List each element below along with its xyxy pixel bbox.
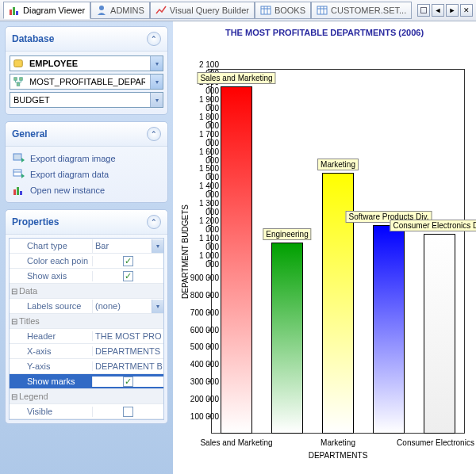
new-instance-icon [13, 185, 25, 196]
svg-rect-21 [20, 191, 22, 195]
dropdown-arrow[interactable]: ▾ [150, 93, 163, 107]
database-icon [12, 58, 25, 69]
tab-scroll-right[interactable]: ► [446, 4, 459, 17]
svg-rect-8 [317, 6, 327, 14]
general-item-export-diagram-image[interactable]: Export diagram image [10, 151, 163, 166]
group-header-general[interactable]: General ⌃ [6, 122, 167, 147]
person-blue-icon [96, 5, 107, 16]
tab-diagram-viewer[interactable]: Diagram Viewer [3, 2, 90, 19]
object-select[interactable]: ▾ [10, 74, 163, 90]
y-tick-label: 300 000 [184, 377, 219, 386]
collapse-icon[interactable]: ⌃ [147, 127, 161, 141]
bar-label: Consumer Electronics Div. [390, 220, 476, 231]
prop-y-axis[interactable]: Y-axis DEPARTMENT B [10, 359, 163, 374]
general-item-open-new-instance[interactable]: Open new instance [10, 182, 163, 198]
bar-label: Marketing [317, 159, 359, 170]
export-data-icon [13, 169, 25, 180]
dropdown-arrow[interactable]: ▾ [150, 56, 163, 71]
prop-category-titles[interactable]: ⊟Titles [10, 314, 163, 329]
value-field-select[interactable]: ▾ [10, 92, 163, 108]
svg-rect-15 [17, 83, 20, 86]
prop-visible[interactable]: Visible [10, 404, 163, 419]
tab-customer-set-[interactable]: CUSTOMER.SET... [311, 2, 412, 19]
prop-show-marks[interactable]: Show marks [10, 374, 163, 389]
tab-admins[interactable]: ADMINS [90, 2, 150, 19]
y-tick-label: 1 300 000 [184, 199, 219, 216]
tab-dropdown-button[interactable] [417, 4, 430, 17]
y-tick-label: 100 000 [184, 412, 219, 421]
y-tick-label: 200 000 [184, 395, 219, 403]
collapse-icon[interactable]: ⌃ [147, 32, 161, 46]
y-tick-label: 1 800 000 [184, 113, 219, 130]
chart-area: THE MOST PROFITABLE DEPARTMENTS (2006) D… [173, 21, 476, 474]
expand-icon[interactable]: ⊟ [10, 392, 19, 401]
dropdown-arrow[interactable]: ▾ [150, 75, 163, 89]
y-tick-label: 1 900 000 [184, 95, 219, 113]
tab-books[interactable]: BOOKS [255, 2, 311, 19]
x-tick-label: Consumer Electronics D [397, 438, 476, 447]
y-tick-label: 1 500 000 [184, 164, 219, 182]
bar-0 [221, 86, 252, 434]
prop-category-data[interactable]: ⊟Data [10, 284, 163, 299]
checkbox[interactable] [123, 256, 133, 266]
dropdown-arrow[interactable]: ▾ [152, 300, 163, 313]
y-tick-label: 500 000 [184, 342, 219, 351]
svg-rect-12 [14, 60, 23, 67]
tab-close-button[interactable]: ✕ [460, 4, 473, 17]
expand-icon[interactable]: ⊟ [10, 287, 19, 296]
database-select[interactable]: ▾ [10, 55, 163, 71]
svg-rect-16 [13, 154, 21, 160]
prop-color-each[interactable]: Color each poin [10, 254, 163, 269]
svg-rect-2 [16, 11, 18, 15]
group-database: Database ⌃ ▾ ▾ ▾ [5, 26, 168, 115]
bar-3 [373, 225, 405, 434]
group-header-database[interactable]: Database ⌃ [6, 27, 167, 52]
group-title: Properties [12, 216, 59, 227]
chart-bar-icon [9, 5, 20, 16]
svg-rect-1 [13, 7, 15, 15]
prop-x-axis[interactable]: X-axis DEPARTMENTS [10, 344, 163, 359]
y-tick-label: 1 100 000 [184, 234, 219, 251]
y-tick-label: 1 400 000 [184, 182, 219, 199]
x-axis-title: DEPARTMENTS [211, 451, 465, 460]
dropdown-arrow[interactable]: ▾ [152, 239, 163, 253]
prop-chart-type[interactable]: Chart type Bar▾ [10, 239, 163, 254]
svg-rect-0 [10, 10, 12, 15]
x-tick-label: Sales and Marketing [200, 438, 272, 447]
general-item-export-diagram-data[interactable]: Export diagram data [10, 166, 163, 182]
y-tick-label: 900 000 [184, 273, 219, 281]
svg-rect-19 [13, 189, 16, 195]
group-title: General [12, 128, 48, 140]
bar-1 [271, 243, 303, 434]
value-field-input[interactable] [10, 94, 147, 106]
tab-visual-query-builder[interactable]: Visual Query Builder [150, 2, 255, 19]
y-tick-label: 1 000 000 [184, 251, 219, 269]
checkbox[interactable] [123, 407, 133, 417]
left-panel: Database ⌃ ▾ ▾ ▾ [0, 21, 173, 474]
chart-title: THE MOST PROFITABLE DEPARTMENTS (2006) [176, 28, 473, 37]
svg-rect-17 [13, 170, 21, 176]
tab-scroll-left[interactable]: ◄ [432, 4, 444, 17]
group-general: General ⌃ Export diagram imageExport dia… [5, 121, 168, 203]
svg-rect-13 [14, 78, 17, 81]
y-tick-label: 700 000 [184, 308, 219, 316]
tree-icon [12, 76, 25, 87]
x-tick-label: Marketing [321, 438, 355, 447]
bar-4 [424, 234, 455, 434]
prop-header[interactable]: Header THE MOST PRO [10, 329, 163, 344]
checkbox[interactable] [123, 377, 133, 387]
group-title: Database [12, 33, 54, 44]
collapse-icon[interactable]: ⌃ [147, 215, 161, 229]
y-tick-label: 1 200 000 [184, 216, 219, 234]
y-tick-label: 1 700 000 [184, 130, 219, 147]
database-name-input[interactable] [28, 57, 147, 70]
object-name-input[interactable] [28, 75, 147, 88]
svg-rect-4 [261, 6, 271, 14]
prop-show-axis[interactable]: Show axis [10, 269, 163, 284]
group-header-properties[interactable]: Properties ⌃ [6, 210, 167, 235]
prop-category-legend[interactable]: ⊟Legend [10, 389, 163, 404]
expand-icon[interactable]: ⊟ [10, 317, 19, 326]
prop-labels-source[interactable]: Labels source (none)▾ [10, 299, 163, 314]
checkbox[interactable] [123, 271, 133, 281]
table-icon [260, 5, 271, 16]
